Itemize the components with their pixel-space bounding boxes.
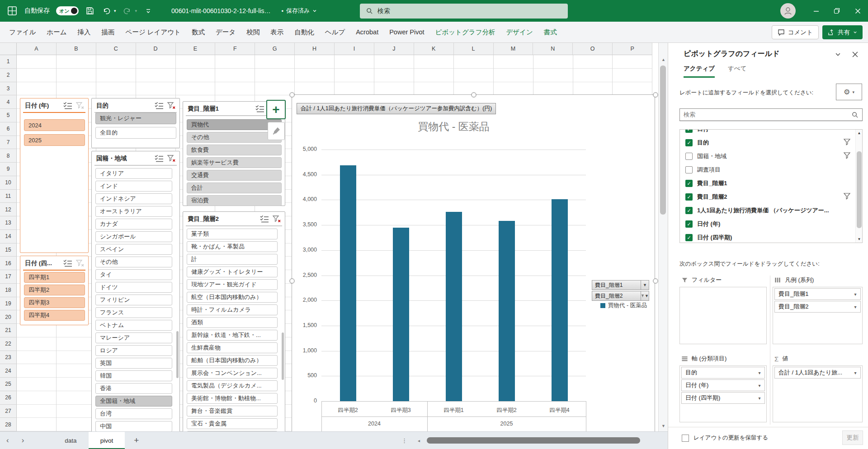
document-title[interactable]: 00601-mlit-00601030-2-12-full-lis… <box>171 7 270 14</box>
slicer-item[interactable]: 船舶（日本国内移動のみ） <box>187 355 278 366</box>
field-list-scrollbar[interactable]: ▲▼ <box>855 130 862 243</box>
slicer-scrollbar[interactable] <box>282 332 284 380</box>
undo-icon[interactable] <box>101 6 111 16</box>
slicer-item[interactable]: 観光・レジャー <box>95 112 176 124</box>
tab-overflow-icon[interactable]: ⋮ <box>401 437 408 444</box>
row-header-8[interactable]: 8 <box>0 149 17 163</box>
slicer-item[interactable]: 舞台・音楽鑑賞 <box>187 406 278 416</box>
slicer-item[interactable]: 現地ツアー・観光ガイド <box>187 279 278 290</box>
selection-handle[interactable] <box>290 279 295 284</box>
redo-dropdown-icon[interactable]: ▾ <box>135 9 137 13</box>
column-header-N[interactable]: N <box>533 43 573 55</box>
close-button[interactable] <box>847 0 868 22</box>
chart-title[interactable]: 買物代 - 医薬品 <box>321 120 586 134</box>
save-icon[interactable] <box>85 6 95 16</box>
select-all-corner[interactable] <box>0 43 17 55</box>
sheet-tab-pivot[interactable]: pivot <box>89 432 125 449</box>
row-header-25[interactable]: 25 <box>0 378 17 391</box>
slicer-item[interactable]: 電気製品（デジタルカメ... <box>187 380 278 391</box>
slicer-item[interactable]: その他 <box>95 257 172 267</box>
field-item-調査項目[interactable]: 調査項目 <box>680 163 862 177</box>
row-header-22[interactable]: 22 <box>0 337 17 351</box>
saved-status[interactable]: 保存済み <box>286 7 310 15</box>
series-field-button-費目_階層2[interactable]: 費目_階層2▼ <box>592 291 649 301</box>
slicer-item[interactable]: 新幹線・鉄道・地下鉄・... <box>187 330 278 341</box>
slicer-item[interactable]: 健康グッズ・トイレタリー <box>187 267 278 277</box>
slicer-item[interactable]: 2025 <box>24 134 85 146</box>
slicer-item[interactable]: 四半期3 <box>24 297 85 308</box>
field-item-費目_階層2[interactable]: ✓費目_階層2 <box>680 190 862 204</box>
slicer-purpose[interactable]: 目的観光・レジャー全目的 <box>91 98 180 148</box>
slicer-item[interactable]: 宿泊費 <box>187 195 282 206</box>
checkbox-checked-icon[interactable]: ✓ <box>685 220 693 228</box>
clear-filter-icon[interactable] <box>75 258 85 268</box>
column-header-J[interactable]: J <box>374 43 414 55</box>
slicer-item[interactable]: 四半期4 <box>24 310 85 321</box>
slicer-item[interactable]: イタリア <box>95 168 172 179</box>
checkbox-checked-icon[interactable]: ✓ <box>685 180 693 187</box>
column-header-H[interactable]: H <box>295 43 335 55</box>
slicer-item[interactable]: マレーシア <box>95 332 172 343</box>
selection-handle[interactable] <box>653 93 658 98</box>
bar-四半期2[interactable] <box>499 221 515 401</box>
axis-pill-日付 (四半期)[interactable]: 日付 (四半期)▾ <box>681 392 765 404</box>
row-header-13[interactable]: 13 <box>0 216 17 230</box>
autosave-toggle[interactable]: オン <box>56 6 79 15</box>
field-item-日付[interactable]: ✓日付 <box>680 129 862 136</box>
update-button[interactable]: 更新 <box>842 430 863 445</box>
ribbon-tab-0[interactable]: ファイル <box>4 22 41 42</box>
slicer-item[interactable]: ベトナム <box>95 320 172 331</box>
checkbox-unchecked-icon[interactable] <box>685 166 693 173</box>
ribbon-tab-11[interactable]: Acrobat <box>350 22 384 42</box>
column-header-P[interactable]: P <box>613 43 652 55</box>
slicer-item[interactable]: 中国 <box>95 421 172 431</box>
add-sheet-button[interactable]: + <box>125 435 148 445</box>
slicer-item[interactable]: 全目的 <box>95 127 176 139</box>
vertical-scroll-thumb[interactable] <box>660 65 666 215</box>
values-area[interactable]: 合計 / 1人1回あたり旅...▾ <box>773 365 863 422</box>
bar-四半期1[interactable] <box>446 212 462 401</box>
slicer-item[interactable]: スペイン <box>95 244 172 255</box>
ribbon-tab-4[interactable]: ページ レイアウト <box>120 22 186 42</box>
tab-all-fields[interactable]: すべて <box>728 65 746 76</box>
multi-select-icon[interactable] <box>255 104 265 114</box>
checkbox-checked-icon[interactable]: ✓ <box>685 139 693 146</box>
row-header-28[interactable]: 28 <box>0 418 17 431</box>
clear-filter-icon[interactable] <box>166 154 176 164</box>
multi-select-icon[interactable] <box>63 101 73 111</box>
search-box[interactable]: 検索 <box>360 4 568 19</box>
column-header-F[interactable]: F <box>215 43 255 55</box>
ribbon-tab-14[interactable]: デザイン <box>500 22 538 42</box>
column-header-L[interactable]: L <box>454 43 494 55</box>
slicer-item[interactable]: 韓国 <box>95 370 172 381</box>
ribbon-tab-9[interactable]: 自動化 <box>289 22 320 42</box>
slicer-item[interactable]: フランス <box>95 307 172 318</box>
checkbox-checked-icon[interactable]: ✓ <box>685 129 693 133</box>
legend-area[interactable]: 費目_階層1▾費目_階層2▾ <box>773 287 863 344</box>
row-header-23[interactable]: 23 <box>0 351 17 365</box>
tab-active-fields[interactable]: アクティブ <box>684 65 715 78</box>
scroll-up-icon[interactable]: ▲ <box>659 55 668 64</box>
row-header-26[interactable]: 26 <box>0 391 17 405</box>
slicer-item[interactable]: オーストラリア <box>95 206 172 217</box>
row-header-16[interactable]: 16 <box>0 257 17 270</box>
row-header-7[interactable]: 7 <box>0 136 17 150</box>
ribbon-tab-2[interactable]: 挿入 <box>72 22 96 42</box>
row-header-21[interactable]: 21 <box>0 324 17 337</box>
ribbon-tab-1[interactable]: ホーム <box>41 22 72 42</box>
row-header-24[interactable]: 24 <box>0 364 17 378</box>
comments-button[interactable]: コメント <box>772 25 819 39</box>
row-header-18[interactable]: 18 <box>0 284 17 297</box>
ribbon-tab-7[interactable]: 校閲 <box>241 22 265 42</box>
selection-handle[interactable] <box>653 279 658 284</box>
redo-icon[interactable] <box>123 6 132 16</box>
row-header-19[interactable]: 19 <box>0 297 17 311</box>
row-header-17[interactable]: 17 <box>0 270 17 284</box>
undo-dropdown-icon[interactable]: ▾ <box>114 9 116 13</box>
column-header-K[interactable]: K <box>414 43 454 55</box>
row-header-5[interactable]: 5 <box>0 109 17 122</box>
bar-四半期2[interactable] <box>340 165 356 401</box>
chart-value-field-button[interactable]: 合計 / 1人1回あたり旅行消費単価（パッケージツアー参加費内訳含む）(円) <box>297 103 496 114</box>
slicer-item[interactable]: 時計・フィルムカメラ <box>187 304 278 315</box>
field-item-1人1回あたり旅行消費単価 （パッケージツアー...[interactable]: ✓1人1回あたり旅行消費単価 （パッケージツアー... <box>680 204 862 217</box>
